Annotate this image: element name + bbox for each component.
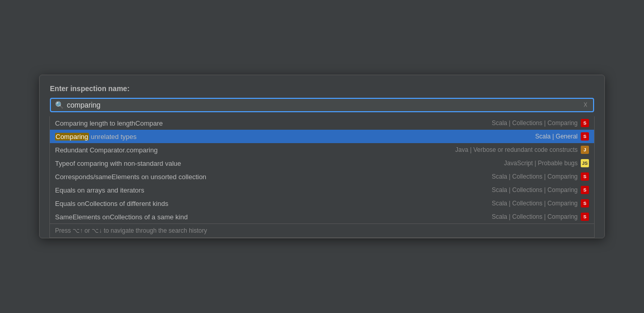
results-list: Comparing length to lengthCompare Scala … [49, 116, 595, 238]
footer-hint: Press ⌥↑ or ⌥↓ to navigate through the s… [50, 223, 594, 237]
result-right-7: Scala | Collections | Comparing S [492, 213, 589, 221]
clear-button[interactable]: ☓ [582, 101, 589, 109]
result-category-6: Scala | Collections | Comparing [492, 200, 578, 207]
result-right-4: Scala | Collections | Comparing S [492, 172, 589, 181]
result-left-5: Equals on arrays and iterators [55, 186, 144, 194]
result-text-7: SameElements onCollections of a same kin… [55, 213, 188, 221]
result-right-6: Scala | Collections | Comparing S [492, 199, 589, 207]
result-right-2: Java | Verbose or redundant code constru… [455, 146, 589, 154]
result-left-1: Comparing unrelated types [55, 133, 137, 141]
result-category-2: Java | Verbose or redundant code constru… [455, 146, 578, 153]
result-text-4: Corresponds/sameElements on unsorted col… [55, 173, 206, 181]
result-row-selected[interactable]: Comparing unrelated types Scala | Genera… [50, 130, 594, 143]
result-category-3: JavaScript | Probable bugs [504, 160, 578, 167]
result-left-2: Redundant Comparator.comparing [55, 146, 157, 154]
result-text-2: Redundant Comparator.comparing [55, 146, 157, 154]
result-row-7[interactable]: SameElements onCollections of a same kin… [50, 210, 594, 223]
result-row-5[interactable]: Equals on arrays and iterators Scala | C… [50, 183, 594, 197]
search-input[interactable] [67, 101, 582, 109]
result-category-1: Scala | General [535, 133, 578, 140]
result-text-3: Typeof comparing with non-standard value [55, 160, 181, 167]
result-left-4: Corresponds/sameElements on unsorted col… [55, 173, 206, 181]
result-left-6: Equals onCollections of different kinds [55, 200, 168, 207]
lang-icon-scala-6: S [581, 199, 589, 207]
lang-icon-scala-4: S [581, 172, 589, 181]
result-text-0: Comparing length to lengthCompare [55, 119, 163, 127]
result-category-0: Scala | Collections | Comparing [492, 119, 578, 127]
lang-icon-scala-7: S [581, 213, 589, 221]
inspection-dialog: Enter inspection name: 🔍 ☓ Comparing len… [39, 75, 605, 238]
result-left-0: Comparing length to lengthCompare [55, 119, 163, 127]
lang-icon-scala-0: S [581, 119, 589, 127]
result-row-2[interactable]: Redundant Comparator.comparing Java | Ve… [50, 143, 594, 156]
lang-icon-scala-1: S [581, 132, 589, 141]
result-row-6[interactable]: Equals onCollections of different kinds … [50, 197, 594, 210]
result-right-3: JavaScript | Probable bugs JS [504, 159, 589, 167]
result-right-1: Scala | General S [535, 132, 589, 141]
result-category-4: Scala | Collections | Comparing [492, 173, 578, 180]
dialog-title: Enter inspection name: [50, 84, 594, 93]
result-category-5: Scala | Collections | Comparing [492, 186, 578, 194]
result-row-4[interactable]: Corresponds/sameElements on unsorted col… [50, 170, 594, 183]
result-row-3[interactable]: Typeof comparing with non-standard value… [50, 156, 594, 170]
lang-icon-scala-5: S [581, 186, 589, 194]
result-left-3: Typeof comparing with non-standard value [55, 160, 181, 167]
search-wrapper: 🔍 ☓ [50, 98, 594, 112]
result-text-5: Equals on arrays and iterators [55, 186, 144, 194]
lang-icon-java-2: J [581, 146, 589, 154]
lang-icon-js-3: JS [581, 159, 589, 167]
highlight-text-1: Comparing [55, 133, 89, 141]
result-text-1: unrelated types [91, 133, 137, 141]
search-icon: 🔍 [55, 101, 64, 109]
result-right-5: Scala | Collections | Comparing S [492, 186, 589, 194]
result-text-6: Equals onCollections of different kinds [55, 200, 168, 207]
result-category-7: Scala | Collections | Comparing [492, 213, 578, 220]
result-row[interactable]: Comparing length to lengthCompare Scala … [50, 116, 594, 130]
result-left-7: SameElements onCollections of a same kin… [55, 213, 188, 221]
result-right-0: Scala | Collections | Comparing S [492, 119, 589, 127]
